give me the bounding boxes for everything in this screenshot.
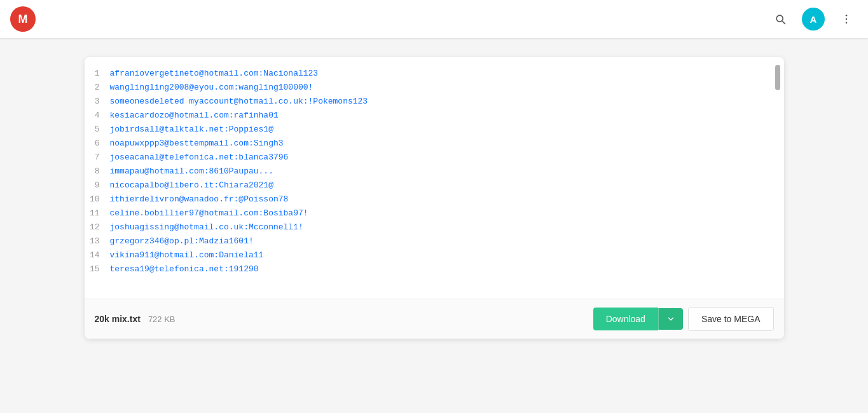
line-content: wanglingling2008@eyou.com:wangling100000… [110, 83, 313, 92]
table-row: 12joshuagissing@hotmail.co.uk:Mcconnell1… [85, 221, 784, 235]
navbar: M A [0, 0, 868, 38]
navbar-left: M [10, 6, 36, 32]
mega-logo[interactable]: M [10, 6, 36, 32]
line-content: joshuagissing@hotmail.co.uk:Mcconnell1! [110, 222, 303, 232]
file-footer: 20k mix.txt 722 KB Download Save to MEGA [85, 299, 784, 339]
line-content: jobirdsall@talktalk.net:Poppies1@ [110, 125, 273, 134]
line-content: celine.bobillier97@hotmail.com:Bosiba97! [110, 208, 308, 218]
line-number: 12 [85, 222, 110, 232]
line-content: noapuwxppp3@besttempmail.com:Singh3 [110, 139, 284, 148]
line-number: 10 [85, 194, 110, 204]
line-number: 2 [85, 83, 110, 92]
dots-vertical-icon [840, 13, 853, 25]
svg-point-0 [846, 15, 848, 17]
search-button[interactable] [769, 8, 792, 30]
action-buttons: Download Save to MEGA [593, 307, 774, 331]
table-row: 1afraniovergetineto@hotmail.com:Nacional… [85, 67, 784, 81]
line-content: joseacanal@telefonica.net:blanca3796 [110, 152, 289, 162]
file-card: 1afraniovergetineto@hotmail.com:Nacional… [85, 57, 784, 339]
table-row: 14vikina911@hotmail.com:Daniela11 [85, 249, 784, 263]
table-row: 8immapau@hotmail.com:8610Paupau... [85, 165, 784, 179]
page-content: 1afraniovergetineto@hotmail.com:Nacional… [0, 38, 868, 358]
svg-point-1 [846, 18, 848, 20]
download-arrow-button[interactable] [658, 308, 683, 330]
line-content: teresa19@telefonica.net:191290 [110, 264, 259, 274]
lines-container: 1afraniovergetineto@hotmail.com:Nacional… [85, 67, 784, 277]
more-options-button[interactable] [835, 8, 858, 30]
download-button[interactable]: Download [593, 308, 658, 330]
line-number: 14 [85, 250, 110, 260]
table-row: 15teresa19@telefonica.net:191290 [85, 263, 784, 277]
table-row: 4kesiacardozo@hotmail.com:rafinha01 [85, 109, 784, 123]
table-row: 9nicocapalbo@libero.it:Chiara2021@ [85, 179, 784, 193]
file-info: 20k mix.txt 722 KB [95, 314, 176, 324]
scroll-indicator [775, 65, 780, 90]
file-name: 20k mix.txt [95, 314, 141, 324]
line-content: nicocapalbo@libero.it:Chiara2021@ [110, 180, 273, 190]
line-number: 15 [85, 264, 110, 274]
line-content: immapau@hotmail.com:8610Paupau... [110, 166, 273, 176]
line-content: kesiacardozo@hotmail.com:rafinha01 [110, 111, 279, 120]
line-number: 3 [85, 97, 110, 106]
text-content[interactable]: 1afraniovergetineto@hotmail.com:Nacional… [85, 57, 784, 299]
line-number: 4 [85, 111, 110, 120]
line-number: 8 [85, 166, 110, 176]
line-number: 13 [85, 236, 110, 246]
table-row: 13grzegorz346@op.pl:Madzia1601! [85, 235, 784, 249]
table-row: 7joseacanal@telefonica.net:blanca3796 [85, 151, 784, 165]
table-row: 11celine.bobillier97@hotmail.com:Bosiba9… [85, 207, 784, 221]
navbar-right: A [769, 8, 858, 30]
line-content: vikina911@hotmail.com:Daniela11 [110, 250, 264, 260]
save-to-mega-button[interactable]: Save to MEGA [688, 307, 774, 331]
table-row: 5jobirdsall@talktalk.net:Poppies1@ [85, 123, 784, 137]
table-row: 10ithierdelivron@wanadoo.fr:@Poisson78 [85, 193, 784, 207]
line-content: ithierdelivron@wanadoo.fr:@Poisson78 [110, 194, 289, 204]
user-avatar[interactable]: A [802, 8, 825, 30]
table-row: 6noapuwxppp3@besttempmail.com:Singh3 [85, 137, 784, 151]
line-number: 11 [85, 208, 110, 218]
chevron-down-icon [666, 315, 675, 323]
file-size: 722 KB [148, 315, 176, 324]
line-content: grzegorz346@op.pl:Madzia1601! [110, 236, 254, 246]
svg-point-2 [846, 22, 848, 24]
line-number: 6 [85, 139, 110, 148]
search-icon [774, 13, 787, 25]
line-number: 9 [85, 180, 110, 190]
table-row: 3someonesdeleted myaccount@hotmail.co.uk… [85, 95, 784, 109]
line-number: 1 [85, 69, 110, 78]
table-row: 2wanglingling2008@eyou.com:wangling10000… [85, 81, 784, 95]
line-content: someonesdeleted myaccount@hotmail.co.uk:… [110, 97, 368, 106]
line-content: afraniovergetineto@hotmail.com:Nacional1… [110, 69, 319, 78]
line-number: 5 [85, 125, 110, 134]
line-number: 7 [85, 152, 110, 162]
